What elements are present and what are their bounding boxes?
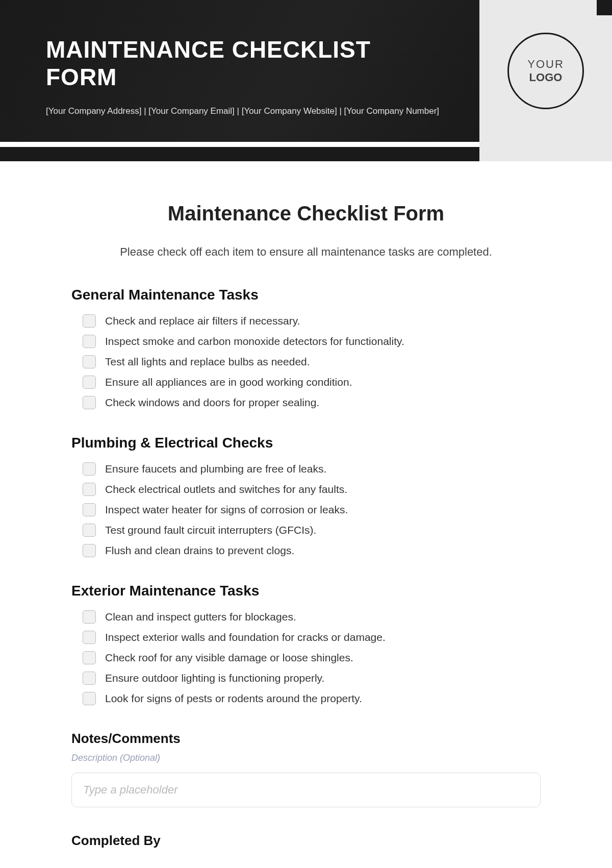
checklist: Clean and inspect gutters for blockages.… bbox=[71, 610, 541, 705]
instructions-text: Please check off each item to ensure all… bbox=[71, 245, 541, 259]
checklist-item: Inspect water heater for signs of corros… bbox=[83, 503, 541, 516]
checkbox[interactable] bbox=[83, 672, 96, 685]
checkbox[interactable] bbox=[83, 503, 96, 516]
checklist-item-text: Inspect smoke and carbon monoxide detect… bbox=[105, 335, 404, 348]
checklist-item-text: Check roof for any visible damage or loo… bbox=[105, 652, 353, 664]
notes-section: Notes/Comments Description (Optional) bbox=[71, 731, 541, 807]
section-title: General Maintenance Tasks bbox=[71, 287, 541, 303]
checkbox[interactable] bbox=[83, 483, 96, 496]
checklist-item-text: Check and replace air filters if necessa… bbox=[105, 315, 300, 327]
notes-label: Notes/Comments bbox=[71, 731, 541, 747]
checkbox[interactable] bbox=[83, 692, 96, 705]
checkbox[interactable] bbox=[83, 610, 96, 624]
logo-text-1: YOUR bbox=[527, 58, 564, 71]
checklist-item: Inspect exterior walls and foundation fo… bbox=[83, 631, 541, 644]
header-gap bbox=[0, 142, 479, 147]
checklist-item: Test ground fault circuit interrupters (… bbox=[83, 524, 541, 537]
notes-input[interactable] bbox=[71, 773, 541, 807]
checklist-item-text: Test all lights and replace bulbs as nee… bbox=[105, 356, 310, 368]
checklist-item-text: Ensure all appliances are in good workin… bbox=[105, 376, 352, 388]
checkbox[interactable] bbox=[83, 376, 96, 389]
header-band bbox=[0, 147, 479, 161]
checklist-item-text: Check electrical outlets and switches fo… bbox=[105, 483, 347, 495]
form-header: MAINTENANCE CHECKLIST FORM [Your Company… bbox=[0, 0, 612, 142]
section-title: Plumbing & Electrical Checks bbox=[71, 435, 541, 451]
checklist-item-text: Inspect water heater for signs of corros… bbox=[105, 504, 348, 516]
header-dark-panel: MAINTENANCE CHECKLIST FORM [Your Company… bbox=[0, 0, 479, 142]
completed-by-label: Completed By bbox=[71, 833, 541, 849]
notes-description: Description (Optional) bbox=[71, 753, 541, 763]
checklist-item-text: Test ground fault circuit interrupters (… bbox=[105, 524, 316, 536]
form-content: Maintenance Checklist Form Please check … bbox=[0, 161, 612, 868]
checklist-item: Ensure all appliances are in good workin… bbox=[83, 376, 541, 389]
header-title: MAINTENANCE CHECKLIST FORM bbox=[46, 36, 449, 91]
checklist-item-text: Look for signs of pests or rodents aroun… bbox=[105, 692, 362, 705]
logo-placeholder: YOUR LOGO bbox=[507, 33, 584, 109]
checklist-item-text: Ensure outdoor lighting is functioning p… bbox=[105, 672, 324, 684]
checklist-item-text: Clean and inspect gutters for blockages. bbox=[105, 611, 296, 623]
completed-by-section: Completed By bbox=[71, 833, 541, 849]
logo-text-2: LOGO bbox=[529, 71, 563, 84]
checklist-item-text: Ensure faucets and plumbing are free of … bbox=[105, 463, 326, 475]
checklist-item: Check and replace air filters if necessa… bbox=[83, 314, 541, 328]
checklist-item: Test all lights and replace bulbs as nee… bbox=[83, 355, 541, 368]
section-title: Exterior Maintenance Tasks bbox=[71, 583, 541, 599]
checklist-item: Ensure outdoor lighting is functioning p… bbox=[83, 672, 541, 685]
checklist-item: Look for signs of pests or rodents aroun… bbox=[83, 692, 541, 705]
checklist-item-text: Check windows and doors for proper seali… bbox=[105, 396, 319, 409]
checklist: Check and replace air filters if necessa… bbox=[71, 314, 541, 409]
checklist-item: Inspect smoke and carbon monoxide detect… bbox=[83, 335, 541, 348]
checkbox[interactable] bbox=[83, 335, 96, 348]
document-title: Maintenance Checklist Form bbox=[71, 202, 541, 225]
checkbox[interactable] bbox=[83, 651, 96, 664]
checklist-item: Check windows and doors for proper seali… bbox=[83, 396, 541, 409]
checkbox[interactable] bbox=[83, 396, 96, 409]
checkbox[interactable] bbox=[83, 355, 96, 368]
checklist-item-text: Flush and clean drains to prevent clogs. bbox=[105, 544, 294, 557]
checklist-item: Flush and clean drains to prevent clogs. bbox=[83, 544, 541, 557]
checklist-item: Check roof for any visible damage or loo… bbox=[83, 651, 541, 664]
checkbox[interactable] bbox=[83, 631, 96, 644]
header-subline: [Your Company Address] | [Your Company E… bbox=[46, 106, 449, 116]
checkbox[interactable] bbox=[83, 314, 96, 328]
checklist-item: Clean and inspect gutters for blockages. bbox=[83, 610, 541, 624]
checklist-item: Ensure faucets and plumbing are free of … bbox=[83, 462, 541, 476]
checkbox[interactable] bbox=[83, 524, 96, 537]
header-logo-panel: YOUR LOGO bbox=[479, 0, 612, 142]
corner-accent bbox=[597, 0, 612, 15]
checkbox[interactable] bbox=[83, 462, 96, 476]
checklist-item: Check electrical outlets and switches fo… bbox=[83, 483, 541, 496]
checklist: Ensure faucets and plumbing are free of … bbox=[71, 462, 541, 557]
checklist-item-text: Inspect exterior walls and foundation fo… bbox=[105, 631, 386, 643]
checkbox[interactable] bbox=[83, 544, 96, 557]
